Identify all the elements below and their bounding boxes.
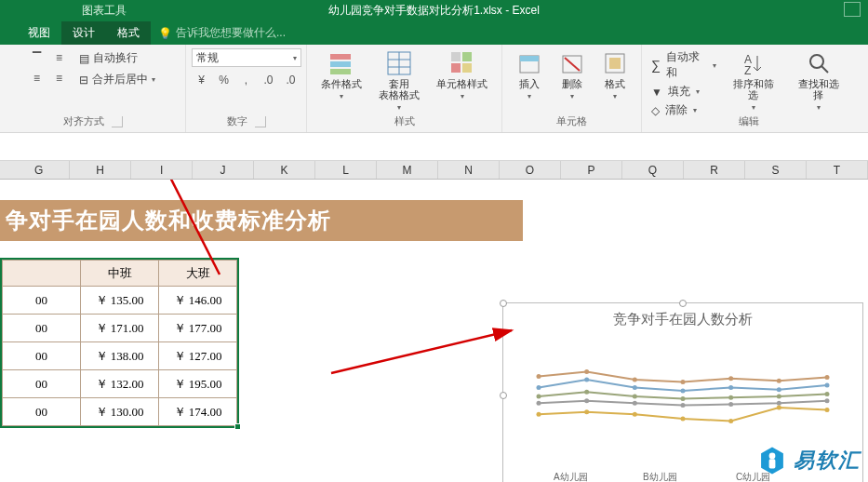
percent-icon[interactable]: % — [214, 71, 234, 89]
group-cells-label: 单元格 — [556, 114, 587, 130]
table-cell[interactable]: 00 — [3, 370, 81, 398]
column-header[interactable]: N — [438, 161, 500, 179]
formula-bar[interactable] — [0, 133, 868, 161]
table-cell[interactable]: ￥ 130.00 — [81, 398, 159, 426]
column-header[interactable]: O — [500, 161, 561, 179]
svg-point-49 — [537, 412, 541, 417]
svg-rect-59 — [769, 459, 776, 468]
table-cell[interactable]: ￥ 132.00 — [81, 370, 159, 398]
table-row: 00￥ 138.00￥ 127.00 — [3, 342, 237, 370]
svg-point-32 — [728, 385, 733, 390]
svg-point-54 — [777, 406, 781, 410]
fill-icon: ▼ — [651, 86, 662, 99]
table-cell[interactable]: ￥ 177.00 — [159, 315, 237, 342]
svg-point-34 — [825, 383, 830, 388]
column-header[interactable]: Q — [622, 161, 684, 179]
selection-handle[interactable] — [234, 423, 241, 430]
data-table[interactable]: 中班 大班 00￥ 135.00￥ 146.0000￥ 171.00￥ 177.… — [0, 258, 239, 428]
chart-title[interactable]: 竞争对手在园人数分析 — [503, 303, 862, 328]
group-cells: 插入▾ 删除▾ 格式▾ 单元格 — [502, 45, 642, 132]
svg-point-39 — [728, 395, 733, 400]
insert-button[interactable]: 插入▾ — [511, 48, 548, 103]
chart-handle[interactable] — [500, 392, 507, 399]
svg-point-19 — [810, 55, 823, 68]
svg-rect-1 — [330, 61, 351, 67]
format-icon — [602, 50, 628, 76]
currency-icon[interactable]: ¥ — [192, 71, 212, 89]
group-editing-label: 编辑 — [739, 114, 759, 130]
comma-icon[interactable]: , — [236, 71, 257, 89]
watermark-logo-icon — [756, 445, 788, 476]
increase-decimal-icon[interactable]: .0 — [259, 71, 279, 89]
align-middle-icon[interactable]: ≡ — [49, 48, 70, 67]
table-cell[interactable]: 00 — [3, 287, 81, 315]
number-format-combo[interactable]: 常规 ▾ — [192, 48, 301, 67]
column-header[interactable]: S — [745, 161, 807, 179]
format-button[interactable]: 格式▾ — [596, 48, 634, 103]
column-header[interactable]: P — [561, 161, 622, 179]
chart-handle[interactable] — [679, 300, 687, 307]
table-cell[interactable]: ￥ 146.00 — [159, 287, 237, 315]
svg-point-33 — [777, 387, 781, 392]
table-header-cell — [3, 261, 81, 287]
svg-point-45 — [681, 403, 686, 408]
table-cell[interactable]: ￥ 135.00 — [81, 287, 159, 315]
merge-center-button[interactable]: ⊟ 合并后居中 ▾ — [75, 70, 159, 89]
worksheet-area[interactable]: 争对手在园人数和收费标准分析 中班 大班 00￥ 135.00￥ 146.000… — [0, 180, 868, 482]
align-center-icon[interactable]: ≡ — [49, 69, 70, 87]
column-header[interactable]: L — [315, 161, 377, 179]
tab-format[interactable]: 格式 — [106, 21, 151, 45]
svg-rect-10 — [462, 63, 472, 73]
table-cell[interactable]: 00 — [3, 398, 81, 426]
axis-label: A幼儿园 — [554, 471, 588, 482]
format-as-table-button[interactable]: 套用 表格格式▾ — [373, 48, 425, 114]
sort-filter-button[interactable]: AZ 排序和筛选▾ — [724, 48, 783, 114]
column-header[interactable]: H — [70, 161, 131, 179]
delete-button[interactable]: 删除▾ — [554, 48, 591, 103]
sigma-icon: ∑ — [651, 58, 661, 73]
fill-button[interactable]: ▼填充▾ — [649, 83, 718, 100]
conditional-format-button[interactable]: 条件格式▾ — [315, 48, 367, 103]
table-cell[interactable]: ￥ 127.00 — [159, 342, 237, 370]
chart-plot-area[interactable] — [529, 341, 836, 452]
autosum-button[interactable]: ∑自动求和▾ — [649, 48, 718, 82]
column-header[interactable]: M — [377, 161, 438, 179]
dialog-launcher-icon[interactable] — [112, 116, 123, 127]
column-header[interactable]: J — [193, 161, 254, 179]
column-header[interactable]: I — [131, 161, 193, 179]
cell-styles-button[interactable]: 单元格样式▾ — [431, 48, 493, 103]
format-label: 格式 — [605, 78, 625, 89]
axis-label: B幼儿园 — [643, 471, 677, 482]
align-left-icon[interactable]: ≡ — [27, 69, 47, 87]
column-header[interactable]: R — [684, 161, 745, 179]
table-cell[interactable]: ￥ 174.00 — [159, 398, 237, 426]
wrap-text-button[interactable]: ▤ 自动换行 — [75, 48, 159, 68]
table-format-icon — [386, 50, 412, 76]
table-cell[interactable]: ￥ 138.00 — [81, 342, 159, 370]
tab-view[interactable]: 视图 — [17, 21, 61, 45]
insert-label: 插入 — [519, 78, 540, 89]
cell-styles-label: 单元格样式 — [436, 78, 487, 89]
column-header[interactable]: K — [254, 161, 315, 179]
tab-design[interactable]: 设计 — [61, 21, 106, 45]
dialog-launcher-icon[interactable] — [255, 116, 266, 127]
ribbon: ▔ ≡ ≡ ≡ ▤ 自动换行 ⊟ 合并后居中 ▾ 对齐 — [0, 45, 868, 133]
find-icon — [806, 50, 832, 76]
clear-button[interactable]: ◇清除▾ — [649, 101, 718, 119]
align-top-icon[interactable]: ▔ — [27, 48, 47, 67]
decrease-decimal-icon[interactable]: .0 — [281, 71, 301, 89]
svg-point-47 — [777, 401, 781, 406]
table-cell[interactable]: 00 — [3, 342, 81, 370]
table-cell[interactable]: 00 — [3, 315, 81, 342]
svg-point-22 — [584, 369, 589, 374]
column-header[interactable]: G — [8, 161, 70, 179]
table-cell[interactable]: ￥ 195.00 — [159, 370, 237, 398]
chart-handle[interactable] — [500, 300, 507, 307]
ribbon-display-options-icon[interactable] — [844, 2, 861, 17]
svg-point-26 — [777, 379, 781, 383]
find-select-button[interactable]: 查找和选择▾ — [789, 48, 848, 114]
tell-me-box[interactable]: 💡 告诉我您想要做什么... — [151, 21, 297, 45]
table-cell[interactable]: ￥ 171.00 — [81, 315, 159, 342]
column-header[interactable]: T — [807, 161, 868, 179]
context-tab-label: 图表工具 — [82, 3, 127, 19]
